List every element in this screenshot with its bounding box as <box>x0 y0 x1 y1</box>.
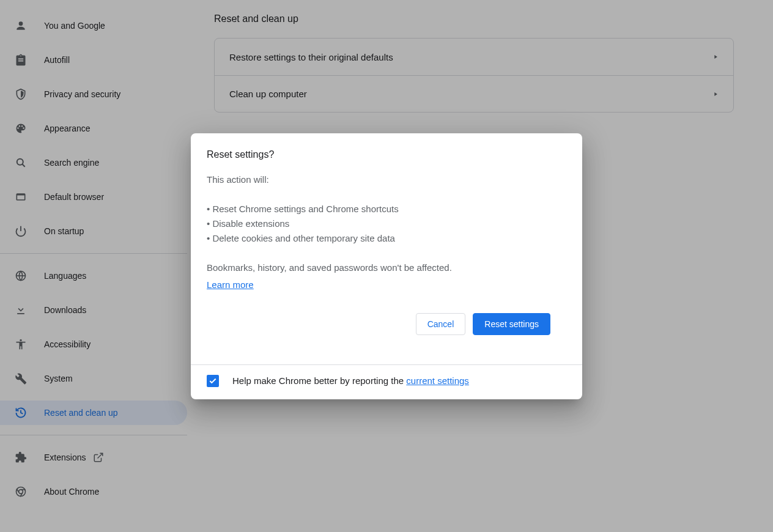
reset-settings-button[interactable]: Reset settings <box>473 313 550 335</box>
dialog-bullet: • Disable extensions <box>207 216 566 231</box>
dialog-bullet: • Reset Chrome settings and Chrome short… <box>207 202 566 216</box>
cancel-button[interactable]: Cancel <box>416 313 466 335</box>
current-settings-link[interactable]: current settings <box>406 375 469 386</box>
dialog-note: Bookmarks, history, and saved passwords … <box>207 260 566 275</box>
reset-settings-dialog: Reset settings? This action will: • Rese… <box>191 133 582 399</box>
report-settings-checkbox[interactable] <box>207 375 219 387</box>
dialog-title: Reset settings? <box>207 149 566 160</box>
dialog-intro: This action will: <box>207 172 566 187</box>
modal-overlay: Reset settings? This action will: • Rese… <box>0 0 773 532</box>
learn-more-link[interactable]: Learn more <box>207 279 254 290</box>
dialog-bullet: • Delete cookies and other temporary sit… <box>207 231 566 246</box>
dialog-footer-text: Help make Chrome better by reporting the… <box>232 375 469 386</box>
dialog-text: This action will: • Reset Chrome setting… <box>207 172 566 292</box>
